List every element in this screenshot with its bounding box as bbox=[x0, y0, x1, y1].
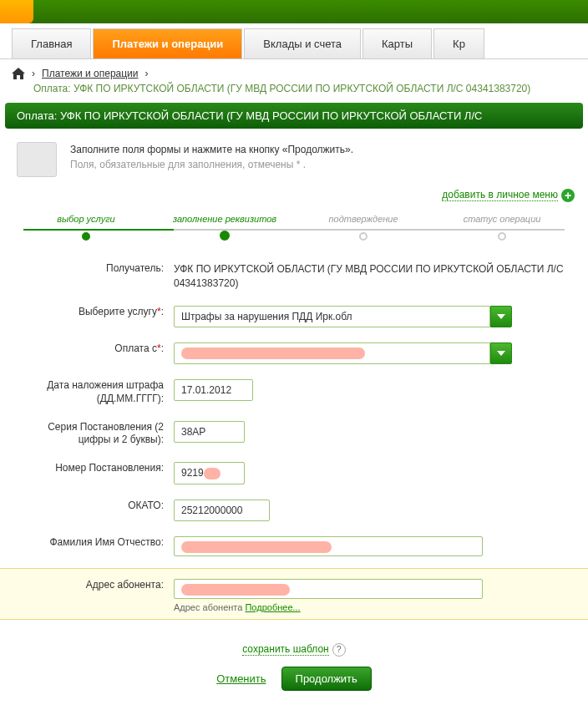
address-input[interactable] bbox=[174, 579, 483, 599]
main-nav: Главная Платежи и операции Вклады и счет… bbox=[0, 28, 588, 59]
address-label: Адрес абонента: bbox=[17, 576, 174, 592]
service-select-value: Штрафы за нарушения ПДД Ирк.обл bbox=[174, 306, 490, 327]
fio-input[interactable] bbox=[174, 536, 483, 556]
step-3: подтверждение bbox=[294, 214, 433, 239]
progress-stepper: выбор услуги заполнение реквизитов подтв… bbox=[0, 205, 588, 251]
step-4: статус операции bbox=[433, 214, 571, 239]
instruction-line2: Поля, обязательные для заполнения, отмеч… bbox=[70, 157, 353, 172]
pay-from-label: Оплата с*: bbox=[17, 339, 174, 356]
series-input[interactable] bbox=[174, 421, 245, 443]
pay-from-select-button[interactable] bbox=[490, 342, 512, 365]
top-header bbox=[0, 0, 588, 23]
pay-from-select[interactable] bbox=[174, 342, 512, 365]
fine-date-label: Дата наложения штрафа (ДД.ММ.ГГГГ): bbox=[17, 376, 174, 405]
breadcrumb-payments-link[interactable]: Платежи и операции bbox=[42, 68, 139, 79]
recipient-label: Получатель: bbox=[17, 259, 174, 276]
payment-form: Получатель: УФК ПО ИРКУТСКОЙ ОБЛАСТИ (ГУ… bbox=[0, 251, 588, 705]
step-1: выбор услуги bbox=[17, 214, 155, 239]
page-title: Оплата: УФК ПО ИРКУТСКОЙ ОБЛАСТИ (ГУ МВД… bbox=[5, 103, 583, 129]
number-input[interactable]: 9219 bbox=[174, 462, 245, 484]
step-2: заполнение реквизитов bbox=[155, 214, 294, 239]
help-icon[interactable]: ? bbox=[332, 643, 346, 657]
nav-tab-credits[interactable]: Кр bbox=[433, 28, 484, 58]
service-label: Выберите услугу*: bbox=[17, 302, 174, 319]
number-label: Номер Постановления: bbox=[17, 459, 174, 475]
okato-input[interactable] bbox=[174, 500, 270, 521]
recipient-value: УФК ПО ИРКУТСКОЙ ОБЛАСТИ (ГУ МВД РОССИИ … bbox=[174, 259, 571, 291]
add-to-menu-link[interactable]: добавить в личное меню bbox=[442, 189, 558, 201]
nav-tab-cards[interactable]: Карты bbox=[362, 28, 432, 58]
add-to-menu: добавить в личное меню+ bbox=[0, 180, 588, 205]
instruction-block: Заполните поля формы и нажмите на кнопку… bbox=[0, 129, 588, 180]
breadcrumb-current: Оплата: УФК ПО ИРКУТСКОЙ ОБЛАСТИ (ГУ МВД… bbox=[0, 83, 588, 103]
document-icon bbox=[17, 142, 57, 177]
fine-date-input[interactable] bbox=[174, 379, 253, 401]
okato-label: ОКАТО: bbox=[17, 496, 174, 513]
cancel-button[interactable]: Отменить bbox=[216, 672, 266, 685]
continue-button[interactable]: Продолжить bbox=[281, 667, 372, 691]
breadcrumb: › Платежи и операции › bbox=[0, 59, 588, 83]
address-more-link[interactable]: Подробнее... bbox=[245, 602, 300, 612]
breadcrumb-sep: › bbox=[32, 68, 35, 79]
service-select-button[interactable] bbox=[490, 306, 512, 327]
pay-from-select-value bbox=[174, 342, 490, 365]
address-note: Адрес абонента Подробнее... bbox=[174, 602, 571, 612]
nav-tab-deposits[interactable]: Вклады и счета bbox=[244, 28, 361, 58]
nav-tab-payments[interactable]: Платежи и операции bbox=[93, 28, 242, 58]
series-label: Серия Постановления (2 цифры и 2 буквы): bbox=[17, 418, 174, 447]
home-icon[interactable] bbox=[12, 68, 25, 79]
plus-icon[interactable]: + bbox=[561, 189, 575, 202]
nav-tab-home[interactable]: Главная bbox=[12, 28, 91, 58]
save-template-link[interactable]: сохранить шаблон bbox=[242, 643, 329, 656]
logo-badge bbox=[0, 0, 33, 23]
instruction-line1: Заполните поля формы и нажмите на кнопку… bbox=[70, 142, 353, 157]
fio-label: Фамилия Имя Отчество: bbox=[17, 533, 174, 550]
breadcrumb-sep: › bbox=[145, 68, 149, 79]
service-select[interactable]: Штрафы за нарушения ПДД Ирк.обл bbox=[174, 306, 512, 327]
